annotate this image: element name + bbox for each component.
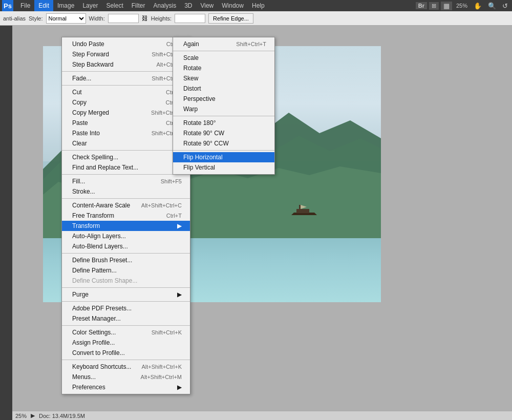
menu-preferences[interactable]: Preferences ▶	[62, 382, 190, 392]
height-input[interactable]	[175, 14, 205, 23]
ps-logo[interactable]: Ps	[2, 0, 13, 11]
transform-submenu: Again Shift+Ctrl+T Scale Rotate Skew Dis…	[173, 37, 275, 175]
separator-1	[62, 71, 190, 72]
menu-content-aware-scale[interactable]: Content-Aware Scale Alt+Shift+Ctrl+C	[62, 200, 190, 211]
menu-auto-blend[interactable]: Auto-Blend Layers...	[62, 241, 190, 251]
separator-2	[62, 85, 190, 86]
separator-7	[62, 287, 190, 288]
menu-3d[interactable]: 3D	[180, 0, 196, 11]
menu-layer[interactable]: Layer	[78, 0, 102, 11]
transform-skew[interactable]: Skew	[173, 73, 274, 83]
style-label: Style:	[29, 15, 43, 22]
menu-image[interactable]: Image	[53, 0, 78, 11]
transform-warp[interactable]: Warp	[173, 104, 274, 114]
transform-rotate-90ccw[interactable]: Rotate 90° CCW	[173, 138, 274, 149]
transform-flip-vertical[interactable]: Flip Vertical	[173, 162, 274, 173]
transform-sep-1	[173, 51, 274, 51]
transform-sep-3	[173, 150, 274, 151]
transform-rotate-90cw[interactable]: Rotate 90° CW	[173, 128, 274, 138]
bridge-button[interactable]: Br	[416, 2, 427, 9]
menu-view[interactable]: View	[196, 0, 218, 11]
status-bar: 25% ▶ Doc: 13.4M/19.5M	[12, 411, 512, 420]
hand-tool-icon[interactable]: ✋	[472, 2, 484, 10]
edit-dropdown-menu: Undo Paste Ctrl+Z Step Forward Shift+Ctr…	[61, 37, 190, 394]
separator-10	[62, 360, 190, 360]
menu-analysis[interactable]: Analysis	[149, 0, 180, 11]
options-bar: anti-alias Style: Normal Fixed Ratio Fix…	[0, 11, 512, 26]
transform-sep-2	[173, 116, 274, 116]
refine-edge-button[interactable]: Refine Edge...	[208, 13, 253, 24]
menu-auto-align[interactable]: Auto-Align Layers...	[62, 231, 190, 241]
transform-scale[interactable]: Scale	[173, 53, 274, 63]
width-input[interactable]	[108, 14, 139, 23]
height-label: Heights:	[151, 15, 172, 22]
menu-transform[interactable]: Transform ▶	[62, 221, 190, 231]
separator-6	[62, 253, 190, 254]
menu-adobe-pdf[interactable]: Adobe PDF Presets...	[62, 303, 190, 313]
menu-copy-merged[interactable]: Copy Merged Shift+Ctrl+C	[62, 108, 190, 118]
transform-perspective[interactable]: Perspective	[173, 94, 274, 104]
main-area: 25% ▶ Doc: 13.4M/19.5M Undo Paste Ctrl+Z…	[0, 26, 512, 420]
menu-preset-manager[interactable]: Preset Manager...	[62, 313, 190, 324]
transform-flip-horizontal[interactable]: Flip Horizontal	[173, 152, 274, 162]
style-select[interactable]: Normal Fixed Ratio Fixed Size	[46, 13, 86, 24]
menu-define-brush[interactable]: Define Brush Preset...	[62, 255, 190, 265]
menu-convert-profile[interactable]: Convert to Profile...	[62, 348, 190, 358]
menu-keyboard-shortcuts[interactable]: Keyboard Shortcuts... Alt+Shift+Ctrl+K	[62, 362, 190, 372]
canvas-area: 25% ▶ Doc: 13.4M/19.5M Undo Paste Ctrl+Z…	[12, 26, 512, 420]
menu-purge[interactable]: Purge ▶	[62, 289, 190, 300]
menu-step-forward[interactable]: Step Forward Shift+Ctrl+Z	[62, 49, 190, 59]
menu-fill[interactable]: Fill... Shift+F5	[62, 176, 190, 186]
separator-8	[62, 301, 190, 302]
menu-find-replace[interactable]: Find and Replace Text...	[62, 162, 190, 173]
mini-bridge-button[interactable]: ⊞	[429, 2, 439, 10]
menu-select[interactable]: Select	[102, 0, 127, 11]
menu-window[interactable]: Window	[218, 0, 248, 11]
svg-marker-5	[301, 205, 307, 209]
menu-check-spelling[interactable]: Check Spelling...	[62, 152, 190, 162]
menu-help[interactable]: Help	[248, 0, 269, 11]
rotate-view-icon[interactable]: ↺	[500, 2, 510, 10]
menu-cut[interactable]: Cut Ctrl+X	[62, 87, 190, 97]
menu-paste-into[interactable]: Paste Into Shift+Ctrl+V	[62, 128, 190, 138]
menu-color-settings[interactable]: Color Settings... Shift+Ctrl+K	[62, 327, 190, 338]
menu-menus[interactable]: Menus... Alt+Shift+Ctrl+M	[62, 372, 190, 382]
menu-free-transform[interactable]: Free Transform Ctrl+T	[62, 211, 190, 221]
separator-4	[62, 174, 190, 175]
zoom-status: 25%	[15, 413, 27, 419]
arrange-button[interactable]: ▦	[441, 2, 452, 10]
menu-paste[interactable]: Paste Ctrl+V	[62, 118, 190, 128]
menu-edit[interactable]: Edit	[34, 0, 53, 11]
svg-rect-6	[296, 209, 309, 213]
transform-distort[interactable]: Distort	[173, 83, 274, 94]
link-icon: ⛓	[142, 15, 148, 22]
doc-size: Doc: 13.4M/19.5M	[39, 413, 85, 419]
menu-bar: Ps File Edit Image Layer Select Filter A…	[0, 0, 512, 11]
left-toolbar	[0, 26, 12, 420]
separator-5	[62, 198, 190, 199]
separator-9	[62, 325, 190, 326]
menu-stroke[interactable]: Stroke...	[62, 186, 190, 197]
menu-step-backward[interactable]: Step Backward Alt+Ctrl+Z	[62, 59, 190, 70]
menu-define-pattern[interactable]: Define Pattern...	[62, 265, 190, 276]
menu-fade[interactable]: Fade... Shift+Ctrl+F	[62, 73, 190, 83]
menu-filter[interactable]: Filter	[127, 0, 150, 11]
menu-assign-profile[interactable]: Assign Profile...	[62, 338, 190, 348]
width-label: Width:	[89, 15, 105, 22]
menu-file[interactable]: File	[16, 0, 34, 11]
menu-undo-paste[interactable]: Undo Paste Ctrl+Z	[62, 39, 190, 49]
transform-rotate-180[interactable]: Rotate 180°	[173, 118, 274, 128]
transform-again[interactable]: Again Shift+Ctrl+T	[173, 39, 274, 49]
anti-alias-label: anti-alias	[3, 15, 26, 22]
zoom-tool-icon[interactable]: 🔍	[486, 2, 498, 10]
menu-copy[interactable]: Copy Ctrl+C	[62, 97, 190, 108]
zoom-level[interactable]: 25%	[454, 2, 470, 9]
menu-clear[interactable]: Clear	[62, 138, 190, 149]
menu-define-custom-shape: Define Custom Shape...	[62, 276, 190, 286]
transform-rotate[interactable]: Rotate	[173, 63, 274, 73]
separator-3	[62, 150, 190, 151]
